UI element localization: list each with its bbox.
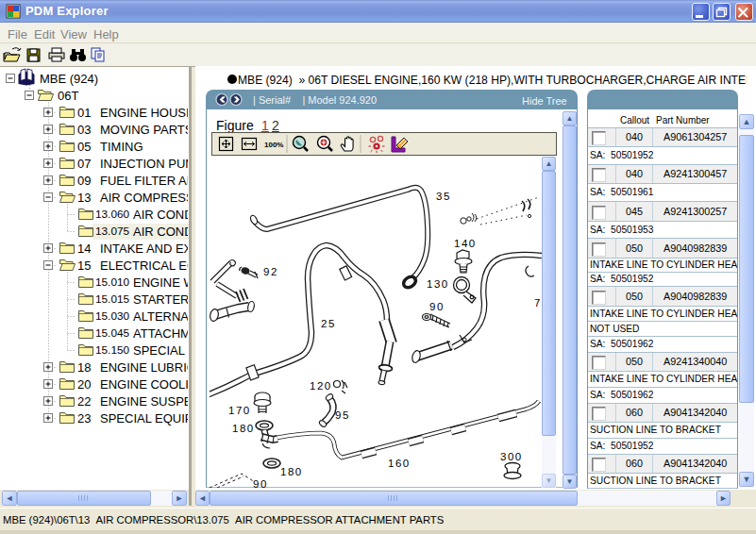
svg-text:180: 180 (232, 423, 255, 434)
svg-text:35: 35 (436, 191, 451, 202)
svg-text:130: 130 (427, 278, 449, 290)
svg-text:7: 7 (534, 297, 542, 309)
svg-text:300: 300 (500, 451, 523, 462)
svg-text:120: 120 (310, 380, 332, 392)
svg-text:90: 90 (253, 478, 268, 488)
svg-text:170: 170 (228, 405, 251, 416)
svg-text:90: 90 (429, 301, 445, 312)
svg-text:160: 160 (388, 458, 411, 469)
svg-text:140: 140 (454, 238, 477, 249)
svg-text:25: 25 (321, 318, 336, 329)
svg-text:92: 92 (263, 266, 278, 277)
svg-text:180: 180 (280, 466, 303, 477)
svg-text:100%: 100% (264, 141, 283, 149)
svg-text:95: 95 (335, 409, 350, 421)
